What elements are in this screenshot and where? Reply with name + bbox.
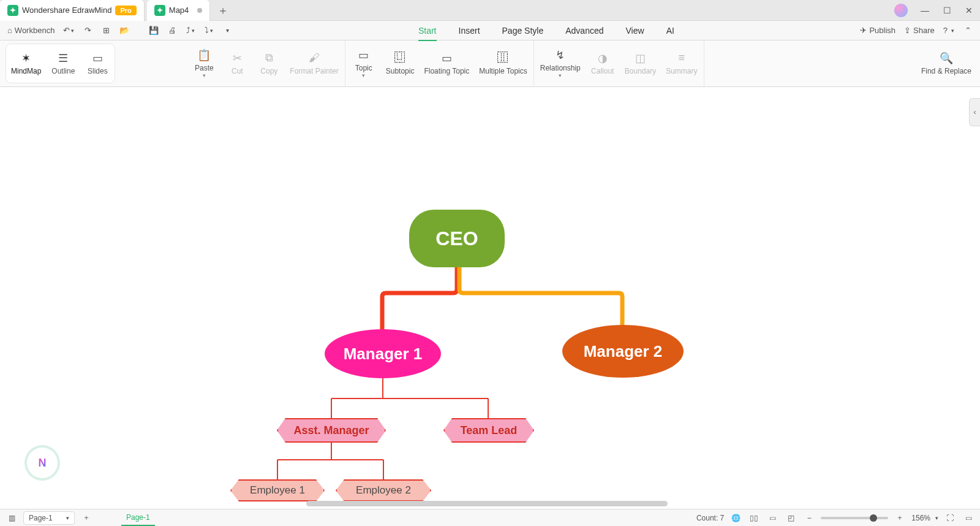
share-label: Share bbox=[913, 26, 935, 35]
new-tab-button[interactable]: ＋ bbox=[215, 2, 231, 18]
node-asst-manager[interactable]: Asst. Manager bbox=[277, 418, 386, 443]
multiple-topics-button[interactable]: ⿲ Multiple Topics bbox=[474, 43, 532, 84]
slides-icon: ▭ bbox=[91, 52, 104, 64]
titlebar: ✦ Wondershare EdrawMind Pro ✦ Map4 ＋ — ☐… bbox=[0, 0, 980, 21]
node-manager-2[interactable]: Manager 2 bbox=[562, 325, 684, 378]
boundary-button[interactable]: ◫ Boundary bbox=[620, 43, 661, 84]
boundary-icon: ◫ bbox=[634, 52, 646, 64]
publish-label: Publish bbox=[869, 26, 895, 35]
minimize-button[interactable]: — bbox=[914, 0, 936, 21]
main-menu-tabs: Start Insert Page Style Advanced View AI bbox=[238, 21, 854, 40]
topic-button[interactable]: ▭ Topic ▾ bbox=[347, 43, 381, 84]
share-icon: ⇪ bbox=[904, 26, 911, 35]
viewmode-slides[interactable]: ▭ Slides bbox=[80, 44, 115, 83]
zoom-label: 156% bbox=[911, 514, 930, 522]
help-button[interactable]: ?▾ bbox=[941, 23, 957, 38]
topic-group: ▭ Topic ▾ ⿶ Subtopic ▭ Floating Topic ⿲ … bbox=[345, 40, 534, 86]
node-employee-2[interactable]: Employee 2 bbox=[336, 479, 431, 501]
floating-topic-button[interactable]: ▭ Floating Topic bbox=[419, 43, 474, 84]
cut-icon: ✂ bbox=[231, 52, 243, 64]
workbench-button[interactable]: ⌂ Workbench bbox=[5, 23, 57, 38]
chevron-down-icon: ▾ bbox=[362, 72, 365, 78]
document-tab[interactable]: ✦ Map4 bbox=[147, 0, 211, 21]
ai-fab-button[interactable]: N bbox=[27, 448, 58, 478]
close-window-button[interactable]: ✕ bbox=[958, 0, 980, 21]
node-ceo[interactable]: CEO bbox=[409, 210, 505, 267]
find-icon: 🔍 bbox=[940, 52, 952, 64]
ribbon: ✶ MindMap ☰ Outline ▭ Slides 📋 Paste ▾ ✂… bbox=[0, 40, 980, 87]
page-select[interactable]: Page-1 ▾ bbox=[23, 511, 75, 525]
paste-button[interactable]: 📋 Paste ▾ bbox=[187, 43, 221, 84]
viewmode-outline[interactable]: ☰ Outline bbox=[46, 44, 80, 83]
floating-topic-icon: ▭ bbox=[440, 52, 453, 64]
import-button[interactable]: ⤵▾ bbox=[202, 23, 216, 38]
relationship-button[interactable]: ↯ Relationship ▾ bbox=[535, 43, 586, 84]
zoom-out-button[interactable]: − bbox=[802, 511, 816, 525]
app-logo-icon: ✦ bbox=[7, 5, 18, 16]
quickbar: ⌂ Workbench ↶▾ ↷ ⊞ 📂 💾 🖨 ⤴▾ ⤵▾ ▾ Start I… bbox=[0, 21, 980, 40]
more-quick-button[interactable]: ▾ bbox=[220, 23, 235, 38]
summary-button[interactable]: ≡ Summary bbox=[661, 43, 702, 84]
callout-button[interactable]: ◑ Callout bbox=[586, 43, 620, 84]
menu-ai[interactable]: AI bbox=[666, 21, 674, 40]
add-page-button[interactable]: ＋ bbox=[80, 511, 93, 525]
side-panel-toggle[interactable]: ‹ bbox=[969, 98, 980, 126]
zoom-slider[interactable] bbox=[821, 517, 888, 519]
app-tab[interactable]: ✦ Wondershare EdrawMind Pro bbox=[0, 0, 145, 21]
zoom-in-button[interactable]: ＋ bbox=[893, 511, 907, 525]
fit-globe-button[interactable]: 🌐 bbox=[729, 511, 742, 525]
relationship-icon: ↯ bbox=[554, 49, 567, 61]
share-button[interactable]: ⇪ Share bbox=[902, 23, 937, 38]
print-button[interactable]: 🖨 bbox=[165, 23, 179, 38]
viewmode-mindmap[interactable]: ✶ MindMap bbox=[6, 44, 46, 83]
format-painter-button[interactable]: 🖌 Format Painter bbox=[285, 43, 343, 84]
pages-panel-button[interactable]: ▥ bbox=[5, 511, 18, 525]
menu-view[interactable]: View bbox=[626, 21, 644, 40]
paste-icon: 📋 bbox=[198, 49, 210, 61]
connectors bbox=[0, 87, 980, 509]
menu-advanced[interactable]: Advanced bbox=[565, 21, 603, 40]
save-button[interactable]: 💾 bbox=[146, 23, 161, 38]
mindmap-icon: ✶ bbox=[20, 52, 32, 64]
count-label: Count: 7 bbox=[696, 514, 724, 522]
menu-start[interactable]: Start bbox=[418, 21, 437, 40]
redo-button[interactable]: ↷ bbox=[80, 23, 95, 38]
copy-button[interactable]: ⧉ Copy bbox=[253, 43, 285, 84]
publish-button[interactable]: ✈ Publish bbox=[858, 23, 898, 38]
viewmode-group: ✶ MindMap ☰ Outline ▭ Slides bbox=[6, 44, 115, 83]
node-employee-1[interactable]: Employee 1 bbox=[230, 479, 325, 501]
copy-icon: ⧉ bbox=[263, 52, 275, 64]
export-button[interactable]: ⤴▾ bbox=[183, 23, 198, 38]
fit-width-button[interactable]: ▭ bbox=[766, 511, 779, 525]
format-painter-icon: 🖌 bbox=[308, 52, 320, 64]
callout-icon: ◑ bbox=[597, 52, 609, 64]
statusbar: ▥ Page-1 ▾ ＋ Page-1 Count: 7 🌐 ▯▯ ▭ ◰ − … bbox=[0, 509, 980, 526]
collapse-ribbon-button[interactable]: ⌃ bbox=[960, 23, 975, 38]
fullscreen-button[interactable]: ⛶ bbox=[943, 511, 957, 525]
node-team-lead[interactable]: Team Lead bbox=[443, 418, 534, 443]
maximize-button[interactable]: ☐ bbox=[936, 0, 958, 21]
fit-page-button[interactable]: ▯▯ bbox=[747, 511, 761, 525]
find-replace-button[interactable]: 🔍 Find & Replace bbox=[916, 43, 976, 84]
presentation-button[interactable]: ▭ bbox=[962, 511, 975, 525]
doc-logo-icon: ✦ bbox=[154, 5, 165, 16]
relation-group: ↯ Relationship ▾ ◑ Callout ◫ Boundary ≡ … bbox=[534, 40, 704, 86]
app-name: Wondershare EdrawMind bbox=[22, 6, 111, 15]
new-file-button[interactable]: ⊞ bbox=[99, 23, 113, 38]
subtopic-button[interactable]: ⿶ Subtopic bbox=[381, 43, 420, 84]
node-manager-1[interactable]: Manager 1 bbox=[325, 329, 441, 378]
menu-page-style[interactable]: Page Style bbox=[502, 21, 544, 40]
home-icon: ⌂ bbox=[7, 26, 12, 35]
canvas[interactable]: CEO Manager 1 Manager 2 Asst. Manager Te… bbox=[0, 87, 980, 509]
avatar[interactable] bbox=[894, 4, 908, 17]
cut-button[interactable]: ✂ Cut bbox=[221, 43, 253, 84]
horizontal-scrollbar[interactable] bbox=[306, 501, 668, 506]
open-file-button[interactable]: 📂 bbox=[117, 23, 132, 38]
menu-insert[interactable]: Insert bbox=[459, 21, 480, 40]
chevron-down-icon: ▾ bbox=[559, 72, 562, 78]
outline-icon: ☰ bbox=[57, 52, 69, 64]
chevron-down-icon[interactable]: ▾ bbox=[935, 515, 938, 521]
undo-button[interactable]: ↶▾ bbox=[61, 23, 77, 38]
page-tab[interactable]: Page-1 bbox=[121, 510, 155, 526]
fit-selection-button[interactable]: ◰ bbox=[784, 511, 797, 525]
